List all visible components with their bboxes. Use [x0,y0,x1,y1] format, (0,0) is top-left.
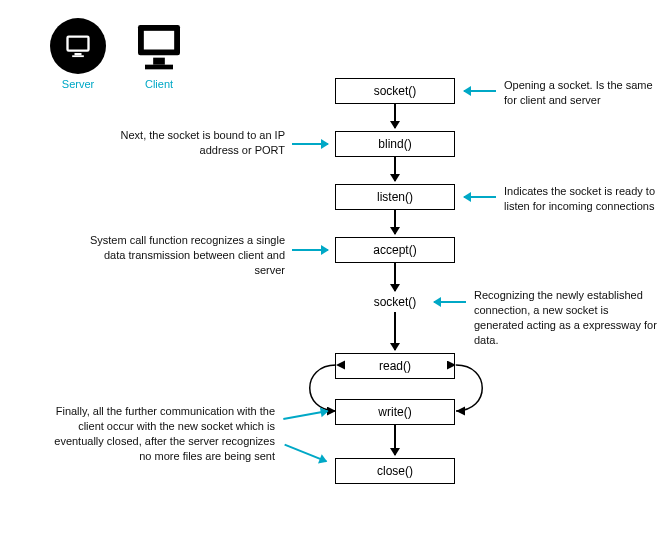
box-read: read() [335,353,455,379]
note-socket: Opening a socket. Is the same for client… [504,78,654,108]
monitor-icon [64,32,92,60]
arrow-write-to-close [394,425,396,455]
legend: Server Client [50,18,187,90]
arrow-socket-to-blind [394,104,396,128]
note-accept: System call function recognizes a single… [85,233,285,278]
legend-client-label: Client [145,78,173,90]
svg-rect-1 [75,53,82,55]
arrow-accept-to-socket2 [394,263,396,291]
svg-rect-0 [68,37,89,51]
arrow-listen-to-accept [394,210,396,234]
arrow-note-socket-icon [464,90,496,92]
box-listen-label: listen() [377,190,413,204]
svg-rect-6 [145,65,173,70]
arrow-note-close-2-icon [284,444,326,463]
arrow-note-blind-icon [292,143,328,145]
legend-server-label: Server [62,78,94,90]
svg-rect-5 [153,58,165,65]
note-blind: Next, the socket is bound to an IP addre… [100,128,285,158]
box-close: close() [335,458,455,484]
box-accept: accept() [335,237,455,263]
loop-right-icon [446,355,496,425]
arrow-socket2-to-read [394,312,396,350]
box-socket-label: socket() [374,84,417,98]
arrow-blind-to-listen [394,157,396,181]
box-listen: listen() [335,184,455,210]
arrow-note-listen-icon [464,196,496,198]
svg-rect-2 [72,55,84,57]
monitor-icon [131,18,187,74]
arrow-note-accept-icon [292,249,328,251]
box-write: write() [335,399,455,425]
box-socket: socket() [335,78,455,104]
note-close: Finally, all the further communication w… [40,404,275,463]
box-close-label: close() [377,464,413,478]
legend-client: Client [131,18,187,90]
box-read-label: read() [379,359,411,373]
legend-server: Server [50,18,106,90]
arrow-note-socket2-icon [434,301,466,303]
box-blind-label: blind() [378,137,411,151]
box-blind: blind() [335,131,455,157]
box-accept-label: accept() [373,243,416,257]
box-write-label: write() [378,405,411,419]
svg-rect-4 [144,31,174,50]
server-icon [50,18,106,74]
note-listen: Indicates the socket is ready to listen … [504,184,659,214]
label-socket2-text: socket() [374,295,417,309]
note-socket2: Recognizing the newly established connec… [474,288,659,347]
